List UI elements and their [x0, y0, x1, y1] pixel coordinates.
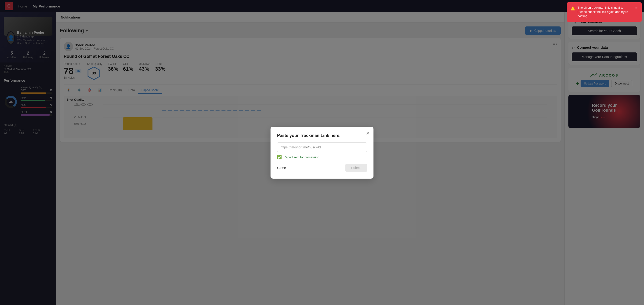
toast-message: The given trackman link is invalid. Plea… — [578, 6, 631, 18]
modal-close-x-button[interactable]: ✕ — [366, 130, 370, 136]
trackman-modal: Paste your Trackman Link here. ✕ ✅ Repor… — [270, 127, 374, 178]
warning-icon: ⚠️ — [570, 6, 575, 11]
success-text: Report sent for processing — [284, 156, 319, 159]
modal-submit-button[interactable]: Submit — [346, 164, 367, 172]
error-toast: ⚠️ The given trackman link is invalid. P… — [567, 2, 642, 22]
toast-close-button[interactable]: ✕ — [635, 6, 638, 11]
modal-close-button[interactable]: Close — [277, 166, 286, 170]
modal-title: Paste your Trackman Link here. — [277, 133, 367, 138]
modal-actions: Close Submit — [277, 164, 367, 172]
success-check-icon: ✅ — [277, 155, 282, 160]
modal-overlay: Paste your Trackman Link here. ✕ ✅ Repor… — [0, 0, 644, 305]
modal-success-message: ✅ Report sent for processing — [277, 155, 367, 160]
trackman-link-input[interactable] — [277, 142, 367, 152]
